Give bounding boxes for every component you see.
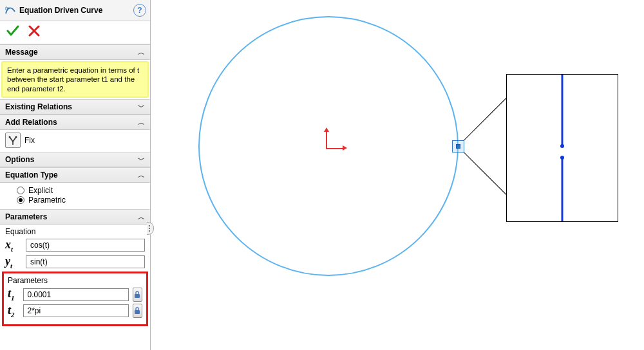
section-message-header[interactable]: Message ︿ (0, 44, 150, 60)
propertymanager-panel: fx Equation Driven Curve ? Message ︿ Ent… (0, 0, 151, 350)
zoom-endpoint-dot (560, 144, 564, 148)
parameters-body: Equation xt yt (0, 225, 150, 269)
section-equation-type-header[interactable]: Equation Type ︿ (0, 167, 150, 183)
section-parameters-header[interactable]: Parameters ︿ (0, 209, 150, 225)
t2-label: t2 (8, 304, 19, 318)
xt-label: xt (5, 238, 22, 253)
equation-label: Equation (5, 227, 145, 236)
panel-title: Equation Driven Curve (19, 6, 133, 15)
radio-explicit-label: Explicit (28, 186, 53, 195)
xt-input[interactable] (26, 239, 145, 252)
radio-icon (17, 196, 24, 204)
ok-cancel-row (0, 21, 150, 44)
curve-circle (198, 16, 459, 276)
message-box: Enter a parametric equation in terms of … (1, 61, 149, 98)
svg-rect-4 (135, 294, 140, 298)
radio-parametric[interactable]: Parametric (17, 196, 145, 205)
section-message-title: Message (5, 48, 38, 57)
chevron-down-icon: ﹀ (138, 155, 145, 165)
zoom-connector-line (464, 98, 507, 141)
ok-button[interactable] (6, 25, 19, 39)
svg-point-3 (15, 136, 17, 138)
zoom-endpoint-dot (560, 156, 564, 160)
lock-icon (133, 291, 141, 299)
radio-parametric-label: Parametric (28, 196, 66, 205)
section-equation-type-title: Equation Type (5, 170, 58, 180)
add-relations-body: Fix (0, 130, 150, 152)
section-options-title: Options (5, 155, 34, 164)
zoom-segment-top (562, 75, 564, 145)
section-existing-relations-header[interactable]: Existing Relations ﹀ (0, 99, 150, 115)
section-add-relations-header[interactable]: Add Relations ︿ (0, 115, 150, 130)
chevron-up-icon: ︿ (138, 170, 145, 180)
radio-icon (17, 187, 24, 194)
svg-rect-5 (135, 310, 140, 314)
section-add-relations-title: Add Relations (5, 118, 57, 127)
curve-start-end-marker (452, 140, 464, 152)
graphics-viewport[interactable] (151, 0, 644, 350)
section-options-header[interactable]: Options ﹀ (0, 152, 150, 167)
t-parameters-highlight-box: Parameters t1 t2 (2, 272, 148, 326)
yt-input[interactable] (26, 255, 145, 268)
yt-label: yt (5, 255, 22, 270)
chevron-up-icon: ︿ (138, 212, 145, 222)
svg-text:fx: fx (5, 6, 9, 10)
equation-curve-icon: fx (5, 5, 15, 15)
zoom-connector-line (464, 152, 507, 195)
chevron-down-icon: ﹀ (138, 102, 145, 112)
cancel-button[interactable] (28, 25, 40, 39)
section-parameters-title: Parameters (5, 212, 47, 221)
panel-title-row: fx Equation Driven Curve ? (0, 0, 150, 21)
t2-lock-button[interactable] (133, 304, 142, 318)
t-parameters-label: Parameters (8, 276, 142, 285)
zoom-segment-bottom (562, 159, 564, 221)
chevron-up-icon: ︿ (138, 48, 145, 57)
zoom-inset (506, 74, 618, 222)
t1-label: t1 (8, 287, 19, 302)
lock-icon (133, 307, 141, 315)
equation-type-body: Explicit Parametric (0, 183, 150, 209)
radio-explicit[interactable]: Explicit (17, 186, 145, 195)
chevron-up-icon: ︿ (138, 118, 145, 127)
t1-input[interactable] (23, 288, 129, 301)
svg-point-2 (9, 136, 11, 138)
t2-input[interactable] (23, 304, 129, 317)
section-existing-relations-title: Existing Relations (5, 102, 72, 111)
help-icon[interactable]: ? (133, 4, 146, 17)
fix-relation-label: Fix (24, 136, 35, 145)
fix-relation-button[interactable] (5, 133, 21, 148)
t1-lock-button[interactable] (133, 288, 142, 302)
